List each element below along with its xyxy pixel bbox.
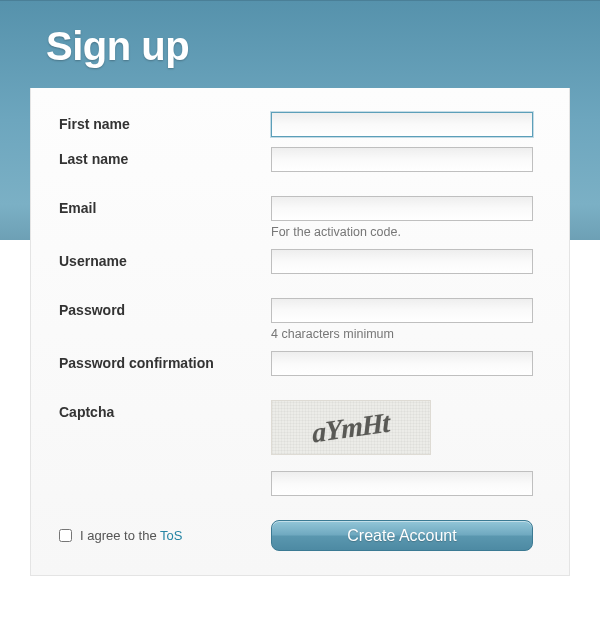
agree-checkbox[interactable] <box>59 529 72 542</box>
first-name-row: First name <box>59 112 541 137</box>
first-name-input[interactable] <box>271 112 533 137</box>
password-row: Password 4 characters minimum <box>59 298 541 341</box>
email-row: Email For the activation code. <box>59 196 541 239</box>
first-name-label: First name <box>59 112 271 132</box>
username-label: Username <box>59 249 271 269</box>
last-name-input[interactable] <box>271 147 533 172</box>
agree-prefix: I agree to the <box>80 528 160 543</box>
captcha-label: Captcha <box>59 400 271 420</box>
agree-text: I agree to the ToS <box>80 528 182 543</box>
password-label: Password <box>59 298 271 318</box>
captcha-challenge-text: aYmHt <box>312 406 390 449</box>
captcha-image: aYmHt <box>271 400 431 455</box>
last-name-label: Last name <box>59 147 271 167</box>
form-footer: I agree to the ToS Create Account <box>59 520 541 551</box>
agree-block: I agree to the ToS <box>59 528 271 543</box>
email-hint: For the activation code. <box>271 225 541 239</box>
page-title: Sign up <box>46 24 189 69</box>
captcha-row: Captcha aYmHt <box>59 400 541 496</box>
last-name-row: Last name <box>59 147 541 172</box>
signup-form: First name Last name Email For the activ… <box>30 88 570 576</box>
username-input[interactable] <box>271 249 533 274</box>
email-input[interactable] <box>271 196 533 221</box>
captcha-input[interactable] <box>271 471 533 496</box>
password-confirmation-input[interactable] <box>271 351 533 376</box>
password-input[interactable] <box>271 298 533 323</box>
username-row: Username <box>59 249 541 274</box>
password-confirmation-row: Password confirmation <box>59 351 541 376</box>
password-confirmation-label: Password confirmation <box>59 351 271 371</box>
password-hint: 4 characters minimum <box>271 327 541 341</box>
create-account-button[interactable]: Create Account <box>271 520 533 551</box>
email-label: Email <box>59 196 271 216</box>
tos-link[interactable]: ToS <box>160 528 182 543</box>
